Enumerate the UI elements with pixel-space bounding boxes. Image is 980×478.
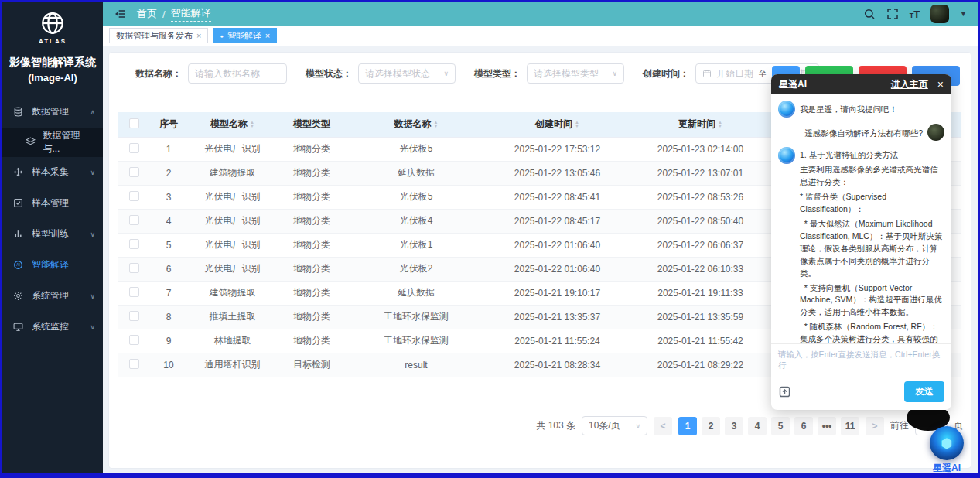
model-type-select[interactable]: 请选择模型类型 ∨ [527,63,624,84]
close-icon[interactable]: × [937,78,944,90]
user-menu-caret-icon[interactable]: ▼ [960,10,967,18]
column-header-label: 模型名称 [210,118,248,131]
page-button-4[interactable]: 4 [748,417,767,435]
row-checkbox[interactable] [129,191,139,201]
table-cell: 地物分类 [277,233,347,257]
sort-icon[interactable]: ▲▼ [575,121,579,128]
table-cell: 2 [149,161,188,185]
gear-icon [13,291,26,301]
column-header-label: 序号 [159,118,178,131]
app-frame: ATLAS 影像智能解译系统 (Image-AI) 数据管理 ∧ 数据管理与..… [2,2,978,473]
sidebar-subitem-0-0[interactable]: 数据管理与... [2,128,103,157]
user-avatar[interactable] [930,5,949,23]
sort-icon[interactable]: ▲▼ [718,121,722,128]
tab-data-management[interactable]: 数据管理与服务发布 × [109,28,208,43]
ai-assistant-label: 星遥AI [925,462,968,473]
column-header-4[interactable]: 创建时间▲▼ [486,112,629,137]
sidebar-item-0[interactable]: 数据管理 ∧ [2,97,103,128]
table-cell: 2025-01-22 17:53:12 [486,137,629,161]
table-cell: 延庆数据 [347,161,486,185]
tab-intelligent-interpretation[interactable]: ● 智能解译 × [213,28,277,43]
sidebar-item-3[interactable]: 模型训练 ∨ [2,219,103,250]
pagination: 共 103 条 10条/页 ∨ < 123456•••11 > 前往 页 [536,416,963,435]
sort-icon[interactable]: ▲▼ [250,121,254,128]
row-checkbox[interactable] [129,215,139,225]
row-checkbox[interactable] [129,263,139,273]
row-checkbox[interactable] [129,287,139,297]
table-cell: 工地环水保监测 [347,329,486,353]
table-cell: 光伏板4 [347,209,486,233]
column-header-1[interactable]: 模型名称▲▼ [188,112,277,137]
search-icon[interactable] [863,8,876,20]
page-button-11[interactable]: 11 [841,417,859,435]
sidebar-item-1[interactable]: 样本采集 ∨ [2,157,103,188]
table-cell: result [347,353,486,377]
page-button-3[interactable]: 3 [725,417,743,435]
chat-header: 星遥AI 进入主页 × [771,74,951,94]
globe-icon [2,10,103,36]
row-checkbox[interactable] [129,239,139,249]
page-size-value: 10条/页 [589,419,620,432]
topbar-actions: TT ▼ [863,5,967,23]
table-cell: 光伏电厂识别 [188,257,277,281]
sidebar-item-2[interactable]: 样本管理 [2,188,103,219]
page-button-1[interactable]: 1 [678,417,697,435]
app-logo: ATLAS [2,2,103,48]
tab-label: 数据管理与服务发布 [116,30,193,42]
filter-bar: 数据名称： 请输入数据名称 模型状态： 请选择模型状态 ∨ 模型类型： 请选择模… [135,63,819,84]
table-cell: 光伏板1 [347,233,486,257]
column-header-2: 模型类型 [277,112,347,137]
sidebar-item-label: 数据管理 [32,105,90,118]
next-page-button[interactable]: > [866,417,884,435]
sidebar: ATLAS 影像智能解译系统 (Image-AI) 数据管理 ∧ 数据管理与..… [2,2,103,473]
start-date-placeholder: 开始日期 [716,67,753,80]
page-ellipsis[interactable]: ••• [818,417,836,435]
sidebar-subitem-label: 数据管理与... [43,129,95,155]
column-header-label: 模型类型 [293,118,330,131]
tab-close-icon[interactable]: × [196,31,201,40]
send-button[interactable]: 发送 [904,381,944,402]
table-cell: 光伏板2 [347,257,486,281]
table-cell: 2025-01-23 02:14:00 [629,137,772,161]
upload-icon[interactable] [778,385,791,398]
table-cell: 建筑物提取 [188,281,277,305]
sidebar-collapse-icon[interactable] [114,8,126,20]
model-status-select[interactable]: 请选择模型状态 ∨ [358,63,456,84]
row-checkbox[interactable] [129,335,139,345]
breadcrumb-home[interactable]: 首页 [137,7,157,21]
select-all-checkbox[interactable] [129,118,139,128]
table-cell: 光伏电厂识别 [188,233,277,257]
chevron-down-icon: ∨ [612,70,617,77]
row-checkbox[interactable] [129,311,139,321]
sidebar-menu: 数据管理 ∧ 数据管理与... 样本采集 ∨ 样本管理 模型训练 ∨AI 智能解… [2,97,103,473]
prev-page-button[interactable]: < [654,417,672,435]
page-button-5[interactable]: 5 [771,417,790,435]
tab-close-icon[interactable]: × [265,31,270,40]
data-name-input[interactable]: 请输入数据名称 [188,63,287,84]
chat-home-link[interactable]: 进入主页 [891,78,928,91]
ai-assistant-float-button[interactable]: ⬢ [930,426,964,460]
sort-icon[interactable]: ▲▼ [434,121,439,128]
app-title: 影像智能解译系统 (Image-AI) [4,54,101,86]
layers-icon [26,137,37,147]
page-button-6[interactable]: 6 [794,417,813,435]
row-checkbox[interactable] [129,143,139,153]
column-header-5[interactable]: 更新时间▲▼ [629,112,772,137]
sidebar-item-5[interactable]: 系统管理 ∨ [2,281,103,312]
chat-input[interactable]: 请输入，按Enter直接发送消息，Ctrl+Enter换行 [771,343,951,379]
table-cell: 地物分类 [277,257,347,281]
page-size-select[interactable]: 10条/页 ∨ [582,416,647,435]
sidebar-item-4[interactable]: AI 智能解译 [2,250,103,281]
sidebar-item-6[interactable]: 系统监控 ∨ [2,312,103,343]
page-button-2[interactable]: 2 [702,417,720,435]
message-line: 1. 基于光谱特征的分类方法 [800,149,944,162]
fullscreen-icon[interactable] [886,8,899,20]
column-header-label: 创建时间 [535,118,572,131]
row-checkbox[interactable] [129,167,139,177]
column-header-3[interactable]: 数据名称▲▼ [347,112,486,137]
date-range-separator: 至 [758,67,767,80]
breadcrumb-separator: / [162,9,166,20]
page-buttons: 123456•••11 [678,417,859,435]
font-size-icon[interactable]: TT [910,9,920,20]
row-checkbox[interactable] [129,359,139,369]
